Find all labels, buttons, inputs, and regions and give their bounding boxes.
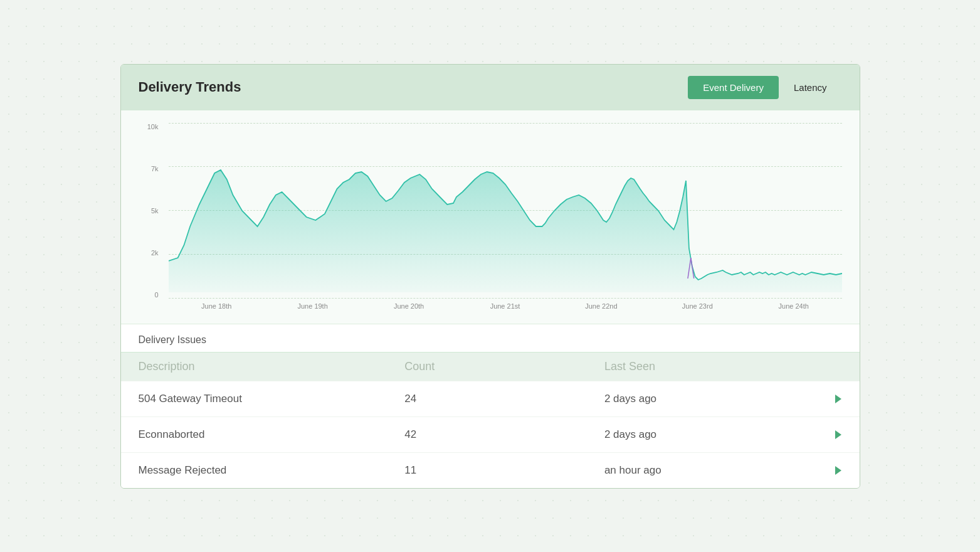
row-2-arrow[interactable] [804, 430, 841, 439]
row-2-last-seen: 2 days ago [604, 428, 804, 441]
chart-plot-area [169, 123, 842, 299]
row-1-arrow[interactable] [804, 395, 841, 403]
table-section: Delivery Issues Description Count Last S… [121, 324, 860, 488]
y-label-10k: 10k [147, 123, 159, 130]
card-title: Delivery Trends [139, 79, 241, 95]
x-label-june20: June 20th [361, 302, 456, 310]
chevron-right-icon [835, 430, 841, 439]
x-label-june23: June 23rd [650, 302, 746, 310]
row-3-arrow[interactable] [804, 466, 841, 475]
row-1-last-seen: 2 days ago [604, 393, 804, 405]
chart-area: 10k 7k 5k 2k 0 [121, 110, 860, 324]
col-header-count: Count [404, 360, 604, 373]
table-header: Description Count Last Seen [121, 352, 860, 381]
row-3-last-seen: an hour ago [604, 464, 804, 477]
y-label-0: 0 [154, 291, 158, 299]
y-label-7k: 7k [151, 165, 159, 172]
row-1-count: 24 [404, 393, 604, 405]
tab-group: Event Delivery Latency [688, 76, 841, 99]
tab-latency[interactable]: Latency [779, 76, 842, 99]
card-header: Delivery Trends Event Delivery Latency [121, 65, 860, 110]
x-label-june21: June 21st [457, 302, 553, 310]
row-3-description: Message Rejected [139, 464, 405, 477]
row-3-count: 11 [404, 464, 604, 477]
x-axis: June 18th June 19th June 20th June 21st … [169, 300, 842, 317]
x-label-june24: June 24th [746, 302, 841, 310]
row-1-description: 504 Gateway Timeout [139, 393, 405, 405]
y-label-2k: 2k [151, 249, 159, 257]
col-header-description: Description [139, 360, 405, 373]
table-row[interactable]: Econnaborted 42 2 days ago [121, 417, 860, 452]
chart-container: 10k 7k 5k 2k 0 [139, 123, 842, 317]
x-label-june22: June 22nd [553, 302, 649, 310]
row-2-description: Econnaborted [139, 428, 405, 441]
delivery-issues-title: Delivery Issues [121, 324, 860, 352]
y-axis: 10k 7k 5k 2k 0 [139, 123, 164, 299]
y-label-5k: 5k [151, 207, 159, 215]
table-row[interactable]: Message Rejected 11 an hour ago [121, 452, 860, 488]
main-card: Delivery Trends Event Delivery Latency 1… [120, 64, 860, 489]
col-header-action [804, 360, 841, 373]
row-2-count: 42 [404, 428, 604, 441]
tab-event-delivery[interactable]: Event Delivery [688, 76, 779, 99]
chevron-right-icon [835, 466, 841, 475]
chevron-right-icon [835, 395, 841, 403]
x-label-june18: June 18th [169, 302, 265, 310]
chart-svg [169, 123, 842, 299]
x-label-june19: June 19th [265, 302, 361, 310]
col-header-last-seen: Last Seen [604, 360, 804, 373]
table-row[interactable]: 504 Gateway Timeout 24 2 days ago [121, 381, 860, 417]
